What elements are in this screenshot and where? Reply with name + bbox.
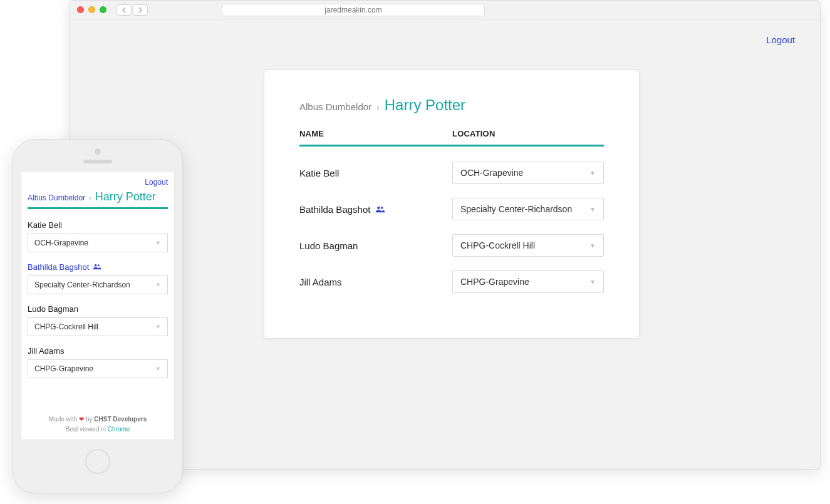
people-icon xyxy=(375,204,385,215)
footer-credits: Made with ❤ by CHST Developers xyxy=(28,414,168,424)
table-header: NAME LOCATION xyxy=(299,129,604,145)
table-row: Ludo Bagman CHPG-Cockrell Hill ▼ xyxy=(299,234,604,257)
person-name: Katie Bell xyxy=(28,220,168,230)
select-value: OCH-Grapevine xyxy=(460,168,523,178)
location-select[interactable]: Specialty Center-Richardson ▼ xyxy=(28,275,168,294)
person-name: Katie Bell xyxy=(299,168,339,178)
breadcrumb-current: Harry Potter xyxy=(95,190,156,203)
svg-point-2 xyxy=(95,264,97,267)
url-text: jaredmeakin.com xyxy=(324,6,381,14)
row-name: Katie Bell xyxy=(299,168,452,178)
person-name: Ludo Bagman xyxy=(28,304,168,314)
svg-point-1 xyxy=(381,207,383,208)
team-name: CHST Developers xyxy=(94,416,147,423)
select-value: Specialty Center-Richardson xyxy=(34,280,130,289)
select-value: CHPG-Cockrell Hill xyxy=(34,322,98,331)
table-row: Katie Bell OCH-Grapevine ▼ xyxy=(299,162,604,184)
footer: Made with ❤ by CHST Developers Best view… xyxy=(28,414,168,435)
chevron-down-icon: ▼ xyxy=(589,279,596,285)
chrome-link[interactable]: Chrome xyxy=(108,426,130,433)
phone-speaker-icon xyxy=(83,160,112,163)
window-close-icon[interactable] xyxy=(77,6,84,13)
location-select[interactable]: CHPG-Grapevine ▼ xyxy=(28,359,168,378)
breadcrumb: Albus Dumbeldor › Harry Potter xyxy=(299,96,604,114)
person-name-link[interactable]: Bathilda Bagshot xyxy=(28,262,168,272)
forward-button[interactable] xyxy=(133,4,148,16)
location-select[interactable]: OCH-Grapevine ▼ xyxy=(452,162,604,184)
row-name: Ludo Bagman xyxy=(299,240,452,251)
chevron-down-icon: ▼ xyxy=(155,324,161,330)
people-icon xyxy=(93,262,101,272)
location-select[interactable]: Specialty Center-Richardson ▼ xyxy=(452,198,604,220)
list-item: Katie Bell OCH-Grapevine ▼ xyxy=(28,220,168,252)
header-rule xyxy=(28,207,168,209)
logout-link[interactable]: Logout xyxy=(145,178,168,187)
chevron-right-icon: › xyxy=(376,102,380,112)
select-value: Specialty Center-Richardson xyxy=(460,204,572,214)
browser-chrome: jaredmeakin.com xyxy=(70,1,820,19)
person-name: Jill Adams xyxy=(299,277,342,287)
content-card: Albus Dumbeldor › Harry Potter NAME LOCA… xyxy=(264,69,640,339)
breadcrumb-parent[interactable]: Albus Dumbeldor xyxy=(299,101,371,112)
breadcrumb-parent[interactable]: Albus Dumbeldor xyxy=(28,193,85,202)
chevron-right-icon: › xyxy=(89,194,91,202)
header-rule xyxy=(299,145,604,147)
person-name: Bathilda Bagshot xyxy=(299,204,370,215)
person-name: Jill Adams xyxy=(28,346,168,356)
location-select[interactable]: CHPG-Cockrell Hill ▼ xyxy=(28,317,168,336)
heart-icon: ❤ xyxy=(79,416,84,423)
window-zoom-icon[interactable] xyxy=(100,6,106,13)
back-button[interactable] xyxy=(117,4,132,16)
chevron-down-icon: ▼ xyxy=(589,206,596,213)
table-row: Jill Adams CHPG-Grapevine ▼ xyxy=(299,270,604,293)
breadcrumb-current: Harry Potter xyxy=(385,96,465,114)
list-item: Ludo Bagman CHPG-Cockrell Hill ▼ xyxy=(28,304,168,336)
browser-nav-buttons xyxy=(117,4,148,16)
logout-link[interactable]: Logout xyxy=(766,34,795,45)
url-bar[interactable]: jaredmeakin.com xyxy=(222,4,485,16)
row-name: Bathilda Bagshot xyxy=(299,204,452,215)
list-item: Bathilda Bagshot Specialty Center-Richar… xyxy=(28,262,168,294)
header-location: LOCATION xyxy=(452,129,604,138)
chevron-down-icon: ▼ xyxy=(155,282,161,288)
location-select[interactable]: CHPG-Grapevine ▼ xyxy=(452,270,604,293)
svg-point-0 xyxy=(378,206,380,208)
select-value: OCH-Grapevine xyxy=(34,239,88,247)
window-minimize-icon[interactable] xyxy=(88,6,95,13)
select-value: CHPG-Grapevine xyxy=(460,277,529,287)
chevron-down-icon: ▼ xyxy=(155,240,161,246)
location-select[interactable]: OCH-Grapevine ▼ xyxy=(28,234,168,252)
breadcrumb: Albus Dumbeldor › Harry Potter xyxy=(28,190,168,203)
window-traffic-lights xyxy=(77,6,106,13)
phone-mockup: Logout Albus Dumbeldor › Harry Potter Ka… xyxy=(13,139,183,493)
phone-screen: Logout Albus Dumbeldor › Harry Potter Ka… xyxy=(21,171,175,440)
header-name: NAME xyxy=(299,129,452,138)
person-name: Ludo Bagman xyxy=(299,240,358,251)
row-name: Jill Adams xyxy=(299,277,452,287)
home-button[interactable] xyxy=(85,449,110,474)
chevron-down-icon: ▼ xyxy=(589,242,596,249)
select-value: CHPG-Grapevine xyxy=(34,364,93,373)
list-item: Jill Adams CHPG-Grapevine ▼ xyxy=(28,346,168,378)
select-value: CHPG-Cockrell Hill xyxy=(460,240,535,250)
phone-top xyxy=(83,148,112,163)
location-select[interactable]: CHPG-Cockrell Hill ▼ xyxy=(452,234,604,257)
phone-camera-icon xyxy=(95,148,101,155)
table-row: Bathilda Bagshot Specialty Center-Richar… xyxy=(299,198,604,220)
footer-browser-note: Best viewed in Chrome xyxy=(28,424,168,435)
svg-point-3 xyxy=(98,264,100,266)
chevron-down-icon: ▼ xyxy=(589,170,596,177)
chevron-down-icon: ▼ xyxy=(155,366,161,372)
